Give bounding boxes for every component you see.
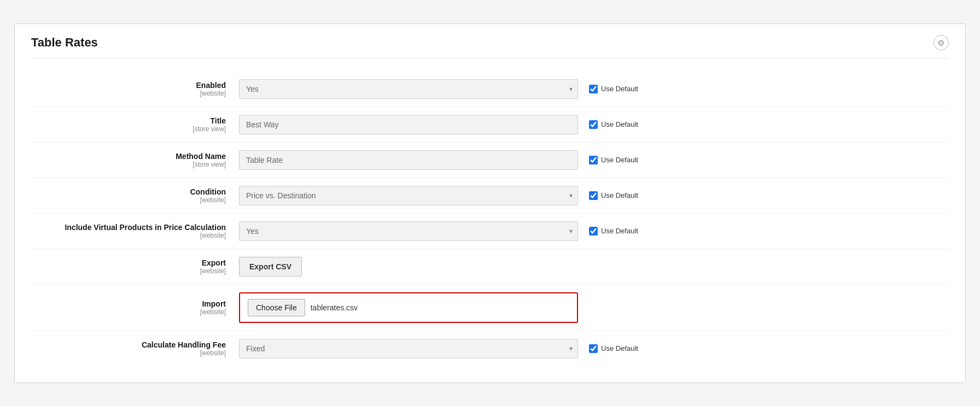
form-row-import: Import[website]Choose Filetablerates.csv (31, 285, 949, 331)
use-default-label-enabled[interactable]: Use Default (601, 85, 638, 93)
field-col-condition: Price vs. Destination▾ (239, 186, 578, 205)
label-main-enabled: Enabled (31, 81, 226, 90)
use-default-checkbox-condition[interactable] (589, 191, 598, 200)
collapse-button[interactable]: ⊙ (934, 35, 949, 50)
select-wrapper-condition: Price vs. Destination▾ (239, 186, 578, 205)
select-handling_fee[interactable]: Fixed (239, 339, 578, 358)
use-default-col-condition: Use Default (589, 191, 638, 200)
use-default-col-handling_fee: Use Default (589, 344, 638, 353)
use-default-col-title: Use Default (589, 120, 638, 129)
file-name-text: tablerates.csv (311, 303, 358, 312)
select-condition[interactable]: Price vs. Destination (239, 186, 578, 205)
label-main-export: Export (31, 258, 226, 267)
form-row-method_name: Method Name[store view]Use Default (31, 143, 949, 178)
input-title[interactable] (239, 115, 578, 134)
field-col-import: Choose Filetablerates.csv (239, 292, 578, 323)
label-sub-import: [website] (31, 308, 226, 316)
label-main-method_name: Method Name (31, 152, 226, 161)
use-default-label-method_name[interactable]: Use Default (601, 156, 638, 164)
select-enabled[interactable]: Yes (239, 79, 578, 99)
label-sub-enabled: [website] (31, 90, 226, 97)
select-wrapper-enabled: Yes▾ (239, 79, 578, 99)
use-default-checkbox-method_name[interactable] (589, 156, 598, 164)
form-row-title: Title[store view]Use Default (31, 107, 949, 143)
table-rates-card: Table Rates ⊙ Enabled[website]Yes▾Use De… (14, 23, 966, 383)
use-default-label-handling_fee[interactable]: Use Default (601, 344, 638, 352)
use-default-label-include_virtual[interactable]: Use Default (601, 227, 638, 235)
label-main-import: Import (31, 299, 226, 308)
use-default-checkbox-title[interactable] (589, 120, 598, 129)
select-wrapper-include_virtual: Yes▾ (239, 221, 578, 241)
label-col-handling_fee: Calculate Handling Fee[website] (31, 340, 239, 357)
import-row-inner: Choose Filetablerates.csv (239, 292, 578, 323)
use-default-label-title[interactable]: Use Default (601, 120, 638, 128)
label-main-condition: Condition (31, 187, 226, 196)
select-include_virtual[interactable]: Yes (239, 221, 578, 241)
label-sub-condition: [website] (31, 196, 226, 204)
field-col-handling_fee: Fixed▾ (239, 339, 578, 358)
form-row-include_virtual: Include Virtual Products in Price Calcul… (31, 214, 949, 249)
use-default-label-condition[interactable]: Use Default (601, 191, 638, 199)
form-row-enabled: Enabled[website]Yes▾Use Default (31, 72, 949, 107)
label-col-import: Import[website] (31, 299, 239, 316)
use-default-checkbox-include_virtual[interactable] (589, 227, 598, 236)
input-method_name[interactable] (239, 150, 578, 170)
form-row-export: Export[website]Export CSV (31, 249, 949, 285)
use-default-col-method_name: Use Default (589, 156, 638, 164)
label-sub-title: [store view] (31, 125, 226, 133)
form-row-handling_fee: Calculate Handling Fee[website]Fixed▾Use… (31, 331, 949, 366)
choose-file-button[interactable]: Choose File (248, 299, 305, 316)
field-col-method_name (239, 150, 578, 170)
label-sub-include_virtual: [website] (31, 232, 226, 239)
label-col-include_virtual: Include Virtual Products in Price Calcul… (31, 223, 239, 239)
use-default-checkbox-handling_fee[interactable] (589, 344, 598, 353)
form-row-condition: Condition[website]Price vs. Destination▾… (31, 178, 949, 214)
label-main-handling_fee: Calculate Handling Fee (31, 340, 226, 349)
label-main-title: Title (31, 116, 226, 125)
export-csv-button[interactable]: Export CSV (239, 257, 302, 276)
field-col-enabled: Yes▾ (239, 79, 578, 99)
use-default-col-enabled: Use Default (589, 85, 638, 93)
label-col-title: Title[store view] (31, 116, 239, 133)
card-header: Table Rates ⊙ (31, 35, 949, 58)
field-col-export: Export CSV (239, 257, 578, 276)
select-wrapper-handling_fee: Fixed▾ (239, 339, 578, 358)
label-sub-handling_fee: [website] (31, 349, 226, 357)
label-sub-method_name: [store view] (31, 161, 226, 168)
label-col-export: Export[website] (31, 258, 239, 275)
form-rows: Enabled[website]Yes▾Use DefaultTitle[sto… (31, 72, 949, 366)
label-main-include_virtual: Include Virtual Products in Price Calcul… (31, 223, 226, 232)
use-default-checkbox-enabled[interactable] (589, 85, 598, 93)
label-col-method_name: Method Name[store view] (31, 152, 239, 168)
page-title: Table Rates (31, 36, 98, 50)
label-col-enabled: Enabled[website] (31, 81, 239, 97)
field-col-include_virtual: Yes▾ (239, 221, 578, 241)
label-sub-export: [website] (31, 267, 226, 275)
field-col-title (239, 115, 578, 134)
label-col-condition: Condition[website] (31, 187, 239, 204)
use-default-col-include_virtual: Use Default (589, 227, 638, 236)
